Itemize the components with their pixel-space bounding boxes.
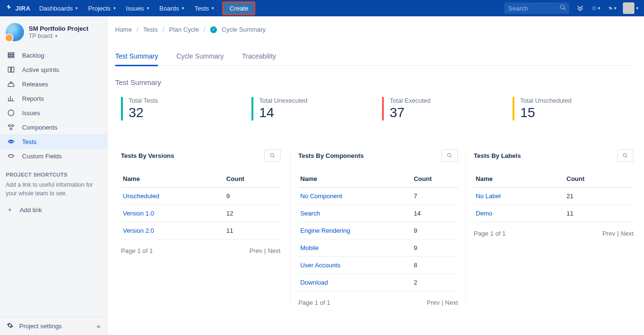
table-row: Download2 bbox=[298, 274, 458, 291]
row-link[interactable]: Version 2.0 bbox=[123, 227, 154, 234]
sprints-icon bbox=[7, 66, 15, 73]
sidebar-item-custom-fields[interactable]: Custom Fields bbox=[0, 149, 107, 163]
components-table: NameCount No Component7Search14Engine Re… bbox=[298, 170, 458, 291]
panel-title: Tests By Labels bbox=[474, 152, 521, 159]
tab-traceability[interactable]: Traceability bbox=[242, 48, 276, 65]
sidebar-item-releases[interactable]: Releases bbox=[0, 77, 107, 91]
stat-executed: Total Executed37 bbox=[382, 97, 503, 120]
row-link[interactable]: No Label bbox=[476, 192, 501, 200]
row-link[interactable]: Demo bbox=[476, 210, 492, 217]
pager-prev[interactable]: Prev bbox=[427, 299, 440, 306]
svg-rect-3 bbox=[8, 53, 14, 54]
row-link[interactable]: Download bbox=[300, 279, 328, 286]
board-selector[interactable]: TP board▼ bbox=[29, 33, 88, 39]
col-count: Count bbox=[565, 170, 634, 188]
pager-text: Page 1 of 1 bbox=[474, 230, 506, 237]
tab-test-summary[interactable]: Test Summary bbox=[115, 48, 158, 66]
reports-icon bbox=[7, 95, 15, 102]
project-name: SM Portfolio Project bbox=[29, 25, 88, 32]
breadcrumb-tests[interactable]: Tests bbox=[143, 26, 157, 33]
pager-text: Page 1 of 1 bbox=[121, 247, 153, 254]
sidebar-item-backlog[interactable]: Backlog bbox=[0, 48, 107, 62]
gear-icon[interactable]: ▼ bbox=[608, 4, 617, 12]
sidebar-item-sprints[interactable]: Active sprints bbox=[0, 62, 107, 77]
row-link[interactable]: Search bbox=[300, 210, 320, 217]
sidebar-label: Custom Fields bbox=[22, 153, 62, 160]
nav-projects[interactable]: Projects▼ bbox=[83, 0, 121, 16]
svg-rect-5 bbox=[8, 57, 14, 58]
create-button[interactable]: Create bbox=[222, 1, 255, 15]
pager-prev[interactable]: Prev bbox=[250, 247, 262, 254]
table-row: Unscheduled9 bbox=[121, 188, 281, 205]
pager-next[interactable]: Next bbox=[445, 299, 458, 306]
stat-value: 32 bbox=[129, 105, 242, 120]
nav-issues[interactable]: Issues▼ bbox=[121, 0, 155, 16]
stat-label: Total Unexecuted bbox=[259, 97, 372, 104]
sidebar-label: Backlog bbox=[22, 52, 44, 59]
user-avatar[interactable] bbox=[623, 2, 634, 14]
pager-prev[interactable]: Prev bbox=[602, 230, 615, 237]
tabs: Test Summary Cycle Summary Traceability bbox=[115, 48, 633, 66]
table-row: Engine Rendering9 bbox=[298, 222, 458, 239]
add-link-button[interactable]: ＋Add link bbox=[0, 203, 107, 217]
sidebar-item-reports[interactable]: Reports bbox=[0, 91, 107, 106]
jira-logo[interactable]: JIRA bbox=[5, 4, 31, 12]
row-link[interactable]: Mobile bbox=[300, 244, 319, 251]
tab-cycle-summary[interactable]: Cycle Summary bbox=[176, 48, 224, 65]
sidebar-item-issues[interactable]: Issues bbox=[0, 106, 107, 120]
svg-point-9 bbox=[9, 125, 11, 127]
row-link[interactable]: No Component bbox=[300, 192, 342, 200]
row-count: 11 bbox=[225, 222, 281, 239]
stat-label: Total Tests bbox=[129, 97, 242, 104]
pager-next[interactable]: Next bbox=[268, 247, 281, 254]
sidebar-label: Active sprints bbox=[22, 66, 59, 73]
section-title: Test Summary bbox=[115, 78, 633, 86]
table-row: Version 2.011 bbox=[121, 222, 281, 239]
row-count: 9 bbox=[412, 239, 458, 257]
panel-search-button[interactable] bbox=[617, 149, 633, 162]
project-header: SM Portfolio Project TP board▼ bbox=[0, 16, 107, 46]
pager-next[interactable]: Next bbox=[620, 230, 633, 237]
panel-search-button[interactable] bbox=[264, 149, 281, 162]
sidebar-menu: Backlog Active sprints Releases Reports … bbox=[0, 46, 107, 163]
stat-unscheduled: Total Unscheduled15 bbox=[513, 97, 633, 120]
plus-icon: ＋ bbox=[7, 205, 13, 214]
shortcuts-description: Add a link to useful information for you… bbox=[0, 180, 107, 203]
sidebar-item-tests[interactable]: Tests bbox=[0, 134, 107, 149]
table-row: User Accounts8 bbox=[298, 257, 458, 274]
project-avatar[interactable] bbox=[6, 23, 24, 41]
svg-point-12 bbox=[10, 141, 12, 143]
sidebar-label: Components bbox=[22, 124, 58, 131]
svg-point-15 bbox=[623, 154, 627, 157]
svg-rect-4 bbox=[8, 55, 14, 56]
settings-label: Project settings bbox=[19, 323, 62, 330]
tests-icon bbox=[7, 138, 15, 145]
row-link[interactable]: Engine Rendering bbox=[300, 227, 350, 234]
feedback-icon[interactable] bbox=[576, 4, 584, 12]
shortcuts-heading: PROJECT SHORTCUTS bbox=[0, 163, 107, 180]
issues-icon bbox=[7, 109, 15, 117]
svg-point-13 bbox=[270, 154, 274, 157]
row-link[interactable]: Unscheduled bbox=[123, 192, 159, 200]
project-settings[interactable]: Project settings « bbox=[0, 317, 107, 335]
panel-title: Tests By Components bbox=[298, 152, 364, 159]
nav-tests[interactable]: Tests▼ bbox=[190, 0, 219, 16]
collapse-icon[interactable]: « bbox=[97, 323, 100, 330]
row-count: 7 bbox=[412, 188, 458, 205]
help-icon[interactable]: ▼ bbox=[592, 4, 601, 12]
breadcrumb-home[interactable]: Home bbox=[115, 26, 132, 33]
nav-boards[interactable]: Boards▼ bbox=[155, 0, 190, 16]
stat-label: Total Unscheduled bbox=[520, 97, 633, 104]
nav-dashboards[interactable]: Dashboards▼ bbox=[35, 0, 83, 16]
cycle-icon: ✓ bbox=[210, 26, 217, 33]
sidebar-item-components[interactable]: Components bbox=[0, 120, 107, 134]
table-row: Search14 bbox=[298, 205, 458, 222]
stat-value: 37 bbox=[390, 105, 503, 120]
row-link[interactable]: User Accounts bbox=[300, 262, 341, 269]
breadcrumb-plan-cycle[interactable]: Plan Cycle bbox=[169, 26, 199, 33]
sidebar-label: Tests bbox=[22, 138, 36, 145]
row-link[interactable]: Version 1.0 bbox=[123, 210, 154, 217]
panel-search-button[interactable] bbox=[441, 149, 458, 162]
stat-unexecuted: Total Unexecuted14 bbox=[251, 97, 372, 120]
search-input[interactable] bbox=[504, 2, 569, 14]
